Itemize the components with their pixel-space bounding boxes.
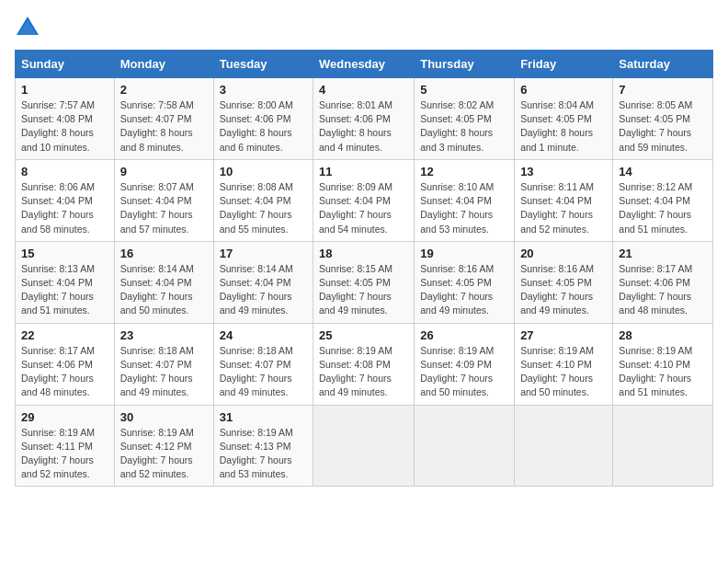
day-number: 10 (220, 165, 307, 178)
calendar-week-row: 8Sunrise: 8:06 AMSunset: 4:04 PMDaylight… (16, 159, 713, 241)
calendar-day-cell: 9Sunrise: 8:07 AMSunset: 4:04 PMDaylight… (114, 159, 213, 241)
day-detail: Sunrise: 8:18 AMSunset: 4:07 PMDaylight:… (120, 344, 208, 400)
calendar-day-cell: 10Sunrise: 8:08 AMSunset: 4:04 PMDayligh… (213, 159, 313, 241)
day-number: 23 (120, 328, 208, 342)
calendar-day-cell: 26Sunrise: 8:19 AMSunset: 4:09 PMDayligh… (415, 323, 515, 405)
day-detail: Sunrise: 8:19 AMSunset: 4:11 PMDaylight:… (21, 426, 108, 482)
day-number: 18 (319, 247, 408, 260)
day-number: 7 (619, 83, 707, 97)
calendar-day-cell: 7Sunrise: 8:05 AMSunset: 4:05 PMDaylight… (613, 78, 713, 160)
day-detail: Sunrise: 8:14 AMSunset: 4:04 PMDaylight:… (120, 262, 208, 318)
day-number: 11 (319, 165, 408, 178)
day-number: 29 (21, 410, 108, 424)
day-detail: Sunrise: 8:01 AMSunset: 4:06 PMDaylight:… (319, 98, 408, 155)
day-detail: Sunrise: 8:19 AMSunset: 4:08 PMDaylight:… (319, 344, 408, 400)
day-detail: Sunrise: 8:18 AMSunset: 4:07 PMDaylight:… (220, 344, 307, 400)
day-detail: Sunrise: 8:19 AMSunset: 4:09 PMDaylight:… (420, 344, 508, 400)
calendar-day-cell (415, 405, 515, 487)
day-number: 9 (120, 165, 208, 178)
day-number: 19 (420, 247, 508, 260)
day-number: 27 (520, 328, 607, 342)
calendar-day-cell: 13Sunrise: 8:11 AMSunset: 4:04 PMDayligh… (515, 159, 613, 241)
calendar-day-cell: 28Sunrise: 8:19 AMSunset: 4:10 PMDayligh… (613, 323, 713, 405)
calendar-day-cell: 18Sunrise: 8:15 AMSunset: 4:05 PMDayligh… (313, 241, 415, 323)
weekday-header-tuesday: Tuesday (213, 51, 313, 78)
day-detail: Sunrise: 8:11 AMSunset: 4:04 PMDaylight:… (520, 180, 607, 236)
calendar-day-cell: 27Sunrise: 8:19 AMSunset: 4:10 PMDayligh… (515, 323, 613, 405)
calendar-day-cell: 3Sunrise: 8:00 AMSunset: 4:06 PMDaylight… (213, 78, 313, 160)
day-detail: Sunrise: 8:07 AMSunset: 4:04 PMDaylight:… (120, 180, 208, 236)
calendar-day-cell (515, 405, 613, 487)
logo (15, 15, 44, 40)
calendar-day-cell (313, 405, 415, 487)
calendar-day-cell: 2Sunrise: 7:58 AMSunset: 4:07 PMDaylight… (114, 78, 213, 160)
day-number: 5 (420, 83, 508, 97)
day-number: 28 (619, 328, 707, 342)
day-number: 17 (220, 247, 307, 260)
day-number: 25 (319, 328, 408, 342)
calendar-day-cell: 30Sunrise: 8:19 AMSunset: 4:12 PMDayligh… (114, 405, 213, 487)
day-number: 2 (120, 83, 208, 97)
day-number: 13 (520, 165, 607, 178)
weekday-header-sunday: Sunday (16, 51, 115, 78)
calendar-table: SundayMondayTuesdayWednesdayThursdayFrid… (15, 50, 713, 487)
calendar-week-row: 22Sunrise: 8:17 AMSunset: 4:06 PMDayligh… (16, 323, 713, 405)
page-header (15, 15, 713, 40)
calendar-day-cell: 5Sunrise: 8:02 AMSunset: 4:05 PMDaylight… (415, 78, 515, 160)
calendar-day-cell: 20Sunrise: 8:16 AMSunset: 4:05 PMDayligh… (515, 241, 613, 323)
day-detail: Sunrise: 8:16 AMSunset: 4:05 PMDaylight:… (520, 262, 607, 318)
calendar-day-cell: 17Sunrise: 8:14 AMSunset: 4:04 PMDayligh… (213, 241, 313, 323)
calendar-week-row: 15Sunrise: 8:13 AMSunset: 4:04 PMDayligh… (16, 241, 713, 323)
day-number: 20 (520, 247, 607, 260)
calendar-day-cell: 23Sunrise: 8:18 AMSunset: 4:07 PMDayligh… (114, 323, 213, 405)
day-detail: Sunrise: 8:00 AMSunset: 4:06 PMDaylight:… (220, 98, 307, 155)
calendar-day-cell: 1Sunrise: 7:57 AMSunset: 4:08 PMDaylight… (16, 78, 115, 160)
day-number: 12 (420, 165, 508, 178)
day-detail: Sunrise: 8:05 AMSunset: 4:05 PMDaylight:… (619, 98, 707, 155)
day-number: 22 (21, 328, 108, 342)
day-number: 26 (420, 328, 508, 342)
calendar-week-row: 29Sunrise: 8:19 AMSunset: 4:11 PMDayligh… (16, 405, 713, 487)
day-detail: Sunrise: 7:58 AMSunset: 4:07 PMDaylight:… (120, 98, 208, 155)
day-detail: Sunrise: 8:10 AMSunset: 4:04 PMDaylight:… (420, 180, 508, 236)
day-number: 31 (220, 410, 307, 424)
calendar-day-cell: 8Sunrise: 8:06 AMSunset: 4:04 PMDaylight… (16, 159, 115, 241)
day-detail: Sunrise: 8:19 AMSunset: 4:13 PMDaylight:… (220, 426, 307, 482)
day-number: 6 (520, 83, 607, 97)
day-detail: Sunrise: 8:13 AMSunset: 4:04 PMDaylight:… (21, 262, 108, 318)
weekday-header-thursday: Thursday (415, 51, 515, 78)
calendar-day-cell: 4Sunrise: 8:01 AMSunset: 4:06 PMDaylight… (313, 78, 415, 160)
calendar-day-cell: 24Sunrise: 8:18 AMSunset: 4:07 PMDayligh… (213, 323, 313, 405)
calendar-day-cell (613, 405, 713, 487)
day-number: 1 (21, 83, 108, 97)
day-number: 8 (21, 165, 108, 178)
day-number: 16 (120, 247, 208, 260)
day-detail: Sunrise: 8:15 AMSunset: 4:05 PMDaylight:… (319, 262, 408, 318)
day-detail: Sunrise: 7:57 AMSunset: 4:08 PMDaylight:… (21, 98, 108, 155)
calendar-day-cell: 21Sunrise: 8:17 AMSunset: 4:06 PMDayligh… (613, 241, 713, 323)
calendar-week-row: 1Sunrise: 7:57 AMSunset: 4:08 PMDaylight… (16, 78, 713, 160)
day-number: 14 (619, 165, 707, 178)
day-number: 15 (21, 247, 108, 260)
day-detail: Sunrise: 8:08 AMSunset: 4:04 PMDaylight:… (220, 180, 307, 236)
day-detail: Sunrise: 8:19 AMSunset: 4:12 PMDaylight:… (120, 426, 208, 482)
day-detail: Sunrise: 8:04 AMSunset: 4:05 PMDaylight:… (520, 98, 607, 155)
calendar-day-cell: 12Sunrise: 8:10 AMSunset: 4:04 PMDayligh… (415, 159, 515, 241)
day-detail: Sunrise: 8:09 AMSunset: 4:04 PMDaylight:… (319, 180, 408, 236)
day-number: 4 (319, 83, 408, 97)
day-detail: Sunrise: 8:06 AMSunset: 4:04 PMDaylight:… (21, 180, 108, 236)
calendar-day-cell: 15Sunrise: 8:13 AMSunset: 4:04 PMDayligh… (16, 241, 115, 323)
day-detail: Sunrise: 8:16 AMSunset: 4:05 PMDaylight:… (420, 262, 508, 318)
calendar-day-cell: 25Sunrise: 8:19 AMSunset: 4:08 PMDayligh… (313, 323, 415, 405)
weekday-header-friday: Friday (515, 51, 613, 78)
day-detail: Sunrise: 8:17 AMSunset: 4:06 PMDaylight:… (21, 344, 108, 400)
weekday-header-row: SundayMondayTuesdayWednesdayThursdayFrid… (16, 51, 713, 78)
day-detail: Sunrise: 8:17 AMSunset: 4:06 PMDaylight:… (619, 262, 707, 318)
day-number: 24 (220, 328, 307, 342)
calendar-day-cell: 11Sunrise: 8:09 AMSunset: 4:04 PMDayligh… (313, 159, 415, 241)
logo-icon (15, 15, 40, 40)
day-detail: Sunrise: 8:14 AMSunset: 4:04 PMDaylight:… (220, 262, 307, 318)
day-number: 21 (619, 247, 707, 260)
calendar-day-cell: 16Sunrise: 8:14 AMSunset: 4:04 PMDayligh… (114, 241, 213, 323)
day-detail: Sunrise: 8:12 AMSunset: 4:04 PMDaylight:… (619, 180, 707, 236)
